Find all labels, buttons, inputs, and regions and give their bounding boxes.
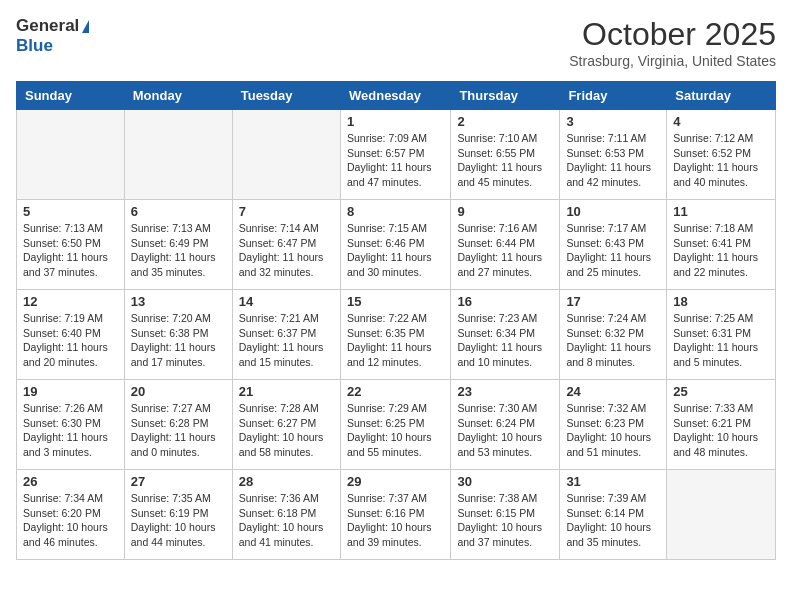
- calendar-cell: 29Sunrise: 7:37 AM Sunset: 6:16 PM Dayli…: [340, 470, 450, 560]
- day-number: 7: [239, 204, 334, 219]
- calendar-cell: 18Sunrise: 7:25 AM Sunset: 6:31 PM Dayli…: [667, 290, 776, 380]
- day-number: 14: [239, 294, 334, 309]
- day-info: Sunrise: 7:30 AM Sunset: 6:24 PM Dayligh…: [457, 401, 553, 460]
- day-number: 2: [457, 114, 553, 129]
- calendar-week-row: 19Sunrise: 7:26 AM Sunset: 6:30 PM Dayli…: [17, 380, 776, 470]
- day-info: Sunrise: 7:38 AM Sunset: 6:15 PM Dayligh…: [457, 491, 553, 550]
- weekday-header-wednesday: Wednesday: [340, 82, 450, 110]
- month-year: October 2025: [569, 16, 776, 53]
- calendar-cell: 27Sunrise: 7:35 AM Sunset: 6:19 PM Dayli…: [124, 470, 232, 560]
- calendar-cell: 11Sunrise: 7:18 AM Sunset: 6:41 PM Dayli…: [667, 200, 776, 290]
- day-number: 19: [23, 384, 118, 399]
- calendar-cell: 28Sunrise: 7:36 AM Sunset: 6:18 PM Dayli…: [232, 470, 340, 560]
- calendar-cell: 17Sunrise: 7:24 AM Sunset: 6:32 PM Dayli…: [560, 290, 667, 380]
- day-number: 8: [347, 204, 444, 219]
- day-info: Sunrise: 7:09 AM Sunset: 6:57 PM Dayligh…: [347, 131, 444, 190]
- calendar-cell: 30Sunrise: 7:38 AM Sunset: 6:15 PM Dayli…: [451, 470, 560, 560]
- day-info: Sunrise: 7:33 AM Sunset: 6:21 PM Dayligh…: [673, 401, 769, 460]
- day-info: Sunrise: 7:26 AM Sunset: 6:30 PM Dayligh…: [23, 401, 118, 460]
- day-info: Sunrise: 7:15 AM Sunset: 6:46 PM Dayligh…: [347, 221, 444, 280]
- day-info: Sunrise: 7:25 AM Sunset: 6:31 PM Dayligh…: [673, 311, 769, 370]
- day-number: 28: [239, 474, 334, 489]
- day-info: Sunrise: 7:20 AM Sunset: 6:38 PM Dayligh…: [131, 311, 226, 370]
- calendar-cell: [667, 470, 776, 560]
- calendar-week-row: 12Sunrise: 7:19 AM Sunset: 6:40 PM Dayli…: [17, 290, 776, 380]
- calendar-cell: 5Sunrise: 7:13 AM Sunset: 6:50 PM Daylig…: [17, 200, 125, 290]
- day-number: 29: [347, 474, 444, 489]
- calendar-cell: 23Sunrise: 7:30 AM Sunset: 6:24 PM Dayli…: [451, 380, 560, 470]
- day-number: 21: [239, 384, 334, 399]
- day-number: 18: [673, 294, 769, 309]
- day-info: Sunrise: 7:18 AM Sunset: 6:41 PM Dayligh…: [673, 221, 769, 280]
- calendar-cell: [124, 110, 232, 200]
- calendar-cell: 7Sunrise: 7:14 AM Sunset: 6:47 PM Daylig…: [232, 200, 340, 290]
- calendar-cell: 2Sunrise: 7:10 AM Sunset: 6:55 PM Daylig…: [451, 110, 560, 200]
- day-info: Sunrise: 7:12 AM Sunset: 6:52 PM Dayligh…: [673, 131, 769, 190]
- calendar-cell: 20Sunrise: 7:27 AM Sunset: 6:28 PM Dayli…: [124, 380, 232, 470]
- day-info: Sunrise: 7:39 AM Sunset: 6:14 PM Dayligh…: [566, 491, 660, 550]
- day-info: Sunrise: 7:13 AM Sunset: 6:50 PM Dayligh…: [23, 221, 118, 280]
- calendar-cell: [17, 110, 125, 200]
- weekday-header-thursday: Thursday: [451, 82, 560, 110]
- calendar-week-row: 1Sunrise: 7:09 AM Sunset: 6:57 PM Daylig…: [17, 110, 776, 200]
- day-number: 13: [131, 294, 226, 309]
- calendar-cell: 21Sunrise: 7:28 AM Sunset: 6:27 PM Dayli…: [232, 380, 340, 470]
- day-info: Sunrise: 7:32 AM Sunset: 6:23 PM Dayligh…: [566, 401, 660, 460]
- day-number: 31: [566, 474, 660, 489]
- day-number: 24: [566, 384, 660, 399]
- day-info: Sunrise: 7:17 AM Sunset: 6:43 PM Dayligh…: [566, 221, 660, 280]
- weekday-header-sunday: Sunday: [17, 82, 125, 110]
- day-number: 3: [566, 114, 660, 129]
- day-number: 20: [131, 384, 226, 399]
- page-header: General Blue October 2025 Strasburg, Vir…: [16, 16, 776, 69]
- calendar-week-row: 5Sunrise: 7:13 AM Sunset: 6:50 PM Daylig…: [17, 200, 776, 290]
- calendar-cell: 22Sunrise: 7:29 AM Sunset: 6:25 PM Dayli…: [340, 380, 450, 470]
- day-number: 12: [23, 294, 118, 309]
- calendar-cell: 3Sunrise: 7:11 AM Sunset: 6:53 PM Daylig…: [560, 110, 667, 200]
- day-number: 11: [673, 204, 769, 219]
- day-number: 5: [23, 204, 118, 219]
- weekday-header-monday: Monday: [124, 82, 232, 110]
- calendar-cell: 19Sunrise: 7:26 AM Sunset: 6:30 PM Dayli…: [17, 380, 125, 470]
- calendar-cell: 8Sunrise: 7:15 AM Sunset: 6:46 PM Daylig…: [340, 200, 450, 290]
- day-number: 1: [347, 114, 444, 129]
- day-number: 17: [566, 294, 660, 309]
- day-info: Sunrise: 7:14 AM Sunset: 6:47 PM Dayligh…: [239, 221, 334, 280]
- day-number: 4: [673, 114, 769, 129]
- location: Strasburg, Virginia, United States: [569, 53, 776, 69]
- day-info: Sunrise: 7:34 AM Sunset: 6:20 PM Dayligh…: [23, 491, 118, 550]
- calendar-cell: 31Sunrise: 7:39 AM Sunset: 6:14 PM Dayli…: [560, 470, 667, 560]
- day-number: 6: [131, 204, 226, 219]
- calendar-cell: 26Sunrise: 7:34 AM Sunset: 6:20 PM Dayli…: [17, 470, 125, 560]
- day-info: Sunrise: 7:22 AM Sunset: 6:35 PM Dayligh…: [347, 311, 444, 370]
- day-number: 22: [347, 384, 444, 399]
- calendar-cell: 10Sunrise: 7:17 AM Sunset: 6:43 PM Dayli…: [560, 200, 667, 290]
- calendar-cell: 15Sunrise: 7:22 AM Sunset: 6:35 PM Dayli…: [340, 290, 450, 380]
- weekday-header-tuesday: Tuesday: [232, 82, 340, 110]
- calendar-cell: 12Sunrise: 7:19 AM Sunset: 6:40 PM Dayli…: [17, 290, 125, 380]
- weekday-header-saturday: Saturday: [667, 82, 776, 110]
- day-number: 9: [457, 204, 553, 219]
- day-number: 16: [457, 294, 553, 309]
- day-info: Sunrise: 7:23 AM Sunset: 6:34 PM Dayligh…: [457, 311, 553, 370]
- weekday-header-row: SundayMondayTuesdayWednesdayThursdayFrid…: [17, 82, 776, 110]
- day-info: Sunrise: 7:28 AM Sunset: 6:27 PM Dayligh…: [239, 401, 334, 460]
- logo: General Blue: [16, 16, 89, 56]
- calendar-cell: 14Sunrise: 7:21 AM Sunset: 6:37 PM Dayli…: [232, 290, 340, 380]
- day-info: Sunrise: 7:29 AM Sunset: 6:25 PM Dayligh…: [347, 401, 444, 460]
- day-number: 15: [347, 294, 444, 309]
- day-number: 30: [457, 474, 553, 489]
- day-info: Sunrise: 7:35 AM Sunset: 6:19 PM Dayligh…: [131, 491, 226, 550]
- logo-triangle-icon: [82, 20, 89, 33]
- calendar-week-row: 26Sunrise: 7:34 AM Sunset: 6:20 PM Dayli…: [17, 470, 776, 560]
- day-number: 26: [23, 474, 118, 489]
- calendar-table: SundayMondayTuesdayWednesdayThursdayFrid…: [16, 81, 776, 560]
- day-info: Sunrise: 7:13 AM Sunset: 6:49 PM Dayligh…: [131, 221, 226, 280]
- calendar-cell: 13Sunrise: 7:20 AM Sunset: 6:38 PM Dayli…: [124, 290, 232, 380]
- calendar-cell: 4Sunrise: 7:12 AM Sunset: 6:52 PM Daylig…: [667, 110, 776, 200]
- day-info: Sunrise: 7:21 AM Sunset: 6:37 PM Dayligh…: [239, 311, 334, 370]
- title-block: October 2025 Strasburg, Virginia, United…: [569, 16, 776, 69]
- logo-blue: Blue: [16, 36, 89, 56]
- calendar-cell: 24Sunrise: 7:32 AM Sunset: 6:23 PM Dayli…: [560, 380, 667, 470]
- day-info: Sunrise: 7:36 AM Sunset: 6:18 PM Dayligh…: [239, 491, 334, 550]
